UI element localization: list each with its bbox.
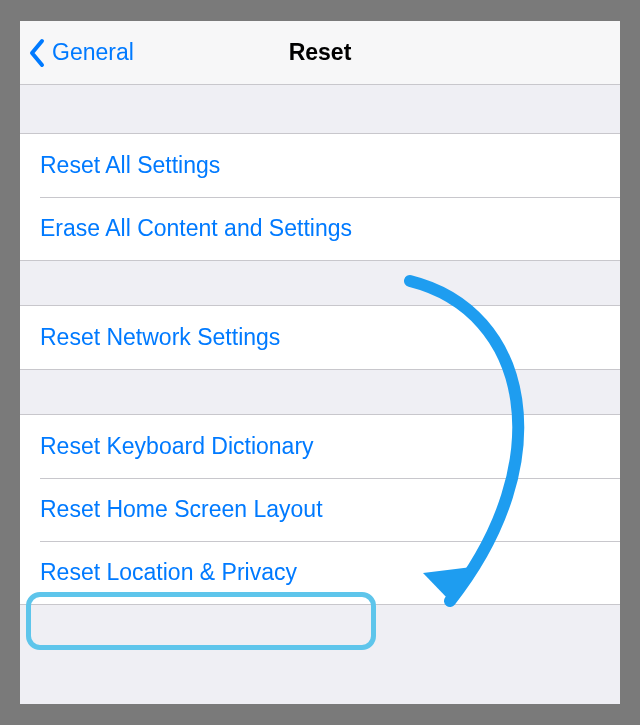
row-label: Erase All Content and Settings [40,215,352,242]
reset-network-settings-row[interactable]: Reset Network Settings [20,306,620,369]
settings-group: Reset Keyboard Dictionary Reset Home Scr… [20,414,620,605]
row-label: Reset Network Settings [40,324,280,351]
settings-group: Reset All Settings Erase All Content and… [20,133,620,261]
settings-screen: General Reset Reset All Settings Erase A… [20,21,620,704]
chevron-left-icon [28,38,48,68]
row-label: Reset Keyboard Dictionary [40,433,314,460]
settings-group: Reset Network Settings [20,305,620,370]
group-spacer [20,85,620,133]
reset-keyboard-dictionary-row[interactable]: Reset Keyboard Dictionary [20,415,620,478]
erase-all-content-row[interactable]: Erase All Content and Settings [20,197,620,260]
row-label: Reset Home Screen Layout [40,496,323,523]
reset-all-settings-row[interactable]: Reset All Settings [20,134,620,197]
group-spacer [20,370,620,414]
back-label: General [52,39,134,66]
row-label: Reset Location & Privacy [40,559,297,586]
navbar: General Reset [20,21,620,85]
reset-location-privacy-row[interactable]: Reset Location & Privacy [20,541,620,604]
back-button[interactable]: General [20,38,134,68]
reset-home-screen-layout-row[interactable]: Reset Home Screen Layout [20,478,620,541]
content: Reset All Settings Erase All Content and… [20,85,620,605]
row-label: Reset All Settings [40,152,220,179]
group-spacer [20,261,620,305]
